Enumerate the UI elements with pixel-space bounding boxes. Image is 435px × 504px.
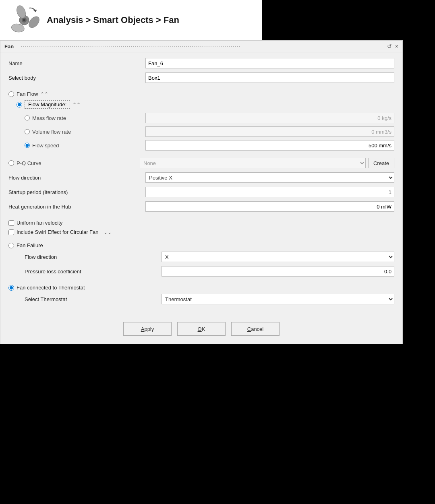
fan-failure-radio[interactable] bbox=[8, 243, 14, 248]
select-thermostat-select[interactable]: Thermostat bbox=[162, 294, 394, 304]
fan-dialog: Fan ····································… bbox=[0, 40, 403, 344]
breadcrumb: Analysis > Smart Objects > Fan bbox=[47, 15, 179, 25]
volume-flow-radio[interactable] bbox=[25, 129, 30, 134]
mass-flow-row: Mass flow rate bbox=[25, 113, 394, 123]
mass-flow-label: Mass flow rate bbox=[32, 115, 145, 121]
svg-point-3 bbox=[27, 14, 40, 29]
button-row: Apply OK Cancel bbox=[0, 322, 402, 336]
swirl-effect-label: Include Swirl Effect for Circular Fan bbox=[17, 229, 99, 235]
fan-flow-header: Fan Flow ⌃⌃ bbox=[8, 91, 394, 97]
select-body-row: Select body bbox=[8, 72, 394, 83]
volume-flow-label: Volume flow rate bbox=[32, 129, 145, 135]
flow-magnitude-radio[interactable] bbox=[17, 102, 22, 107]
pq-curve-label: P-Q Curve bbox=[8, 160, 137, 166]
flow-speed-radio[interactable] bbox=[25, 143, 30, 148]
pq-curve-row: P-Q Curve None Create bbox=[8, 158, 394, 168]
fan-thermostat-radio[interactable] bbox=[8, 285, 14, 291]
cancel-underline-char: Cancel bbox=[247, 326, 263, 332]
flow-direction-label: Flow direction bbox=[8, 175, 145, 181]
select-body-input[interactable] bbox=[145, 72, 394, 83]
name-input[interactable] bbox=[145, 58, 394, 68]
failure-flow-dir-row: Flow direction X Y Z bbox=[25, 252, 394, 262]
pressure-loss-row: Pressure loss coefficient bbox=[25, 266, 394, 277]
uniform-fan-checkbox[interactable] bbox=[8, 220, 14, 226]
flow-speed-input[interactable] bbox=[145, 140, 394, 151]
fan-failure-header: Fan Failure bbox=[8, 242, 394, 248]
dialog-title-text: Fan bbox=[4, 43, 14, 50]
heat-generation-input[interactable] bbox=[145, 201, 394, 212]
name-row: Name bbox=[8, 58, 394, 68]
flow-speed-row: Flow speed bbox=[25, 140, 394, 151]
swirl-expand-icon[interactable]: ⌄⌄ bbox=[104, 229, 112, 235]
pq-curve-radio[interactable] bbox=[8, 160, 14, 166]
heat-generation-label: Heat generation in the Hub bbox=[8, 204, 145, 210]
select-thermostat-label: Select Thermostat bbox=[25, 296, 162, 302]
select-body-label: Select body bbox=[8, 75, 145, 81]
pressure-loss-label: Pressure loss coefficient bbox=[25, 269, 162, 275]
close-icon[interactable]: × bbox=[395, 43, 398, 50]
startup-period-label: Startup period (Iterations) bbox=[8, 189, 145, 195]
flow-magnitude-label: Flow Magnitude: bbox=[25, 100, 70, 109]
fan-flow-label: Fan Flow bbox=[17, 91, 38, 97]
fan-flow-collapse-icon[interactable]: ⌃⌃ bbox=[40, 91, 48, 97]
mass-flow-input[interactable] bbox=[145, 113, 394, 123]
flow-magnitude-subsection: Flow Magnitude: ⌃⌃ Mass flow rate bbox=[17, 100, 394, 151]
volume-flow-input[interactable] bbox=[145, 126, 394, 137]
uniform-fan-label: Uniform fan velocity bbox=[17, 220, 62, 226]
fan-thermostat-header: Fan connected to Thermostat bbox=[8, 285, 394, 291]
failure-flow-dir-label: Flow direction bbox=[25, 254, 162, 260]
flow-direction-row: Flow direction Positive X Negative X Pos… bbox=[8, 172, 394, 183]
select-thermostat-row: Select Thermostat Thermostat bbox=[25, 294, 394, 304]
fan-failure-label: Fan Failure bbox=[17, 242, 43, 248]
swirl-effect-row: Include Swirl Effect for Circular Fan ⌄⌄ bbox=[8, 229, 394, 235]
volume-flow-row: Volume flow rate bbox=[25, 126, 394, 137]
dialog-titlebar: Fan ····································… bbox=[0, 41, 402, 52]
thermostat-section-content: Select Thermostat Thermostat bbox=[25, 294, 394, 304]
pq-select[interactable]: None bbox=[140, 158, 366, 168]
pressure-loss-input[interactable] bbox=[162, 266, 394, 277]
startup-period-row: Startup period (Iterations) bbox=[8, 187, 394, 197]
dialog-body: Name Select body Fan Flow ⌃⌃ Flow Magnit… bbox=[0, 52, 402, 314]
fan-thermostat-label: Fan connected to Thermostat bbox=[17, 285, 85, 291]
fan-flow-section: Fan Flow ⌃⌃ Flow Magnitude: ⌃⌃ Mass flow… bbox=[8, 91, 394, 304]
fan-flow-radio[interactable] bbox=[8, 91, 14, 97]
mass-flow-radio[interactable] bbox=[25, 115, 30, 121]
heat-generation-row: Heat generation in the Hub bbox=[8, 201, 394, 212]
apply-underline-char: Apply bbox=[141, 326, 154, 332]
flow-direction-select[interactable]: Positive X Negative X Positive Y Negativ… bbox=[145, 172, 394, 183]
failure-flow-dir-select[interactable]: X Y Z bbox=[162, 252, 394, 262]
title-dots: ········································… bbox=[21, 44, 241, 49]
ok-underline-char: OK bbox=[198, 326, 205, 332]
swirl-effect-checkbox[interactable] bbox=[8, 229, 14, 235]
flow-magnitude-collapse-icon[interactable]: ⌃⌃ bbox=[72, 102, 81, 107]
apply-button[interactable]: Apply bbox=[123, 322, 172, 336]
svg-point-5 bbox=[23, 19, 25, 21]
flow-speed-label: Flow speed bbox=[32, 143, 145, 149]
reset-icon[interactable]: ↺ bbox=[387, 43, 392, 50]
name-label: Name bbox=[8, 60, 145, 66]
startup-period-input[interactable] bbox=[145, 187, 394, 197]
uniform-fan-row: Uniform fan velocity bbox=[8, 220, 394, 226]
ok-button[interactable]: OK bbox=[177, 322, 226, 336]
failure-section-content: Flow direction X Y Z Pressure loss coeff… bbox=[25, 252, 394, 277]
create-button[interactable]: Create bbox=[368, 158, 394, 168]
fan-icon bbox=[8, 4, 40, 36]
cancel-button[interactable]: Cancel bbox=[231, 322, 280, 336]
